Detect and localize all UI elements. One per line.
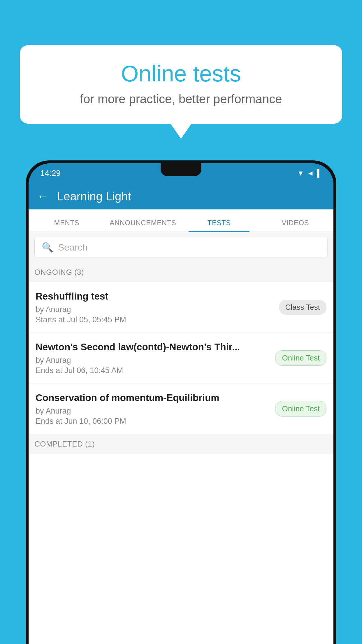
ongoing-section-header: ONGOING (3) [29,262,333,282]
tab-ments[interactable]: MENTS [29,219,105,232]
test-name: Conservation of momentum-Equilibrium [36,392,269,404]
tab-videos[interactable]: VIDEOS [257,219,334,232]
test-list: Reshuffling test by Anurag Starts at Jul… [29,282,333,434]
app-header: ← Learning Light [29,183,333,209]
test-info: Newton's Second law(contd)-Newton's Thir… [36,341,275,375]
app-title: Learning Light [57,190,131,203]
status-bar: 14:29 ▼ ◄ ▌ [29,163,333,183]
search-bar[interactable]: 🔍 Search [34,237,328,258]
phone-inner: 14:29 ▼ ◄ ▌ ← Learning Light MENTS ANNOU… [29,163,333,644]
notch [161,163,201,176]
signal-icon: ◄ [307,169,314,177]
completed-label: COMPLETED (1) [34,440,95,448]
test-badge-class: Class Test [279,300,326,315]
test-item[interactable]: Newton's Second law(contd)-Newton's Thir… [29,333,333,384]
speech-bubble: Online tests for more practice, better p… [20,45,342,124]
status-icons: ▼ ◄ ▌ [297,169,322,177]
phone-screen: ← Learning Light MENTS ANNOUNCEMENTS TES… [29,183,333,644]
test-item[interactable]: Reshuffling test by Anurag Starts at Jul… [29,282,333,333]
tab-announcements[interactable]: ANNOUNCEMENTS [105,219,181,232]
phone-frame: 14:29 ▼ ◄ ▌ ← Learning Light MENTS ANNOU… [26,160,336,644]
test-by: by Anurag [36,407,269,416]
battery-icon: ▌ [317,169,322,177]
test-info: Reshuffling test by Anurag Starts at Jul… [36,290,279,324]
bubble-card: Online tests for more practice, better p… [20,45,342,124]
status-time: 14:29 [40,169,61,178]
test-badge-online-2: Online Test [275,401,326,416]
test-badge-online: Online Test [275,350,326,366]
test-info: Conservation of momentum-Equilibrium by … [36,392,275,426]
wifi-icon: ▼ [297,169,304,177]
tabs-container: MENTS ANNOUNCEMENTS TESTS VIDEOS [29,209,333,232]
completed-section-header: COMPLETED (1) [29,434,333,454]
test-item[interactable]: Conservation of momentum-Equilibrium by … [29,384,333,434]
back-button[interactable]: ← [37,190,49,202]
bubble-title: Online tests [37,61,325,86]
test-date: Ends at Jul 06, 10:45 AM [36,366,269,375]
test-name: Reshuffling test [36,290,273,303]
search-container: 🔍 Search [29,232,333,262]
search-icon: 🔍 [42,242,53,253]
bubble-subtitle: for more practice, better performance [37,92,325,106]
test-date: Starts at Jul 05, 05:45 PM [36,315,273,324]
test-name: Newton's Second law(contd)-Newton's Thir… [36,341,269,354]
tab-tests[interactable]: TESTS [181,219,257,232]
test-by: by Anurag [36,356,269,365]
search-placeholder: Search [58,242,87,253]
test-date: Ends at Jun 10, 06:00 PM [36,417,269,426]
test-by: by Anurag [36,305,273,314]
ongoing-label: ONGOING (3) [34,268,84,276]
